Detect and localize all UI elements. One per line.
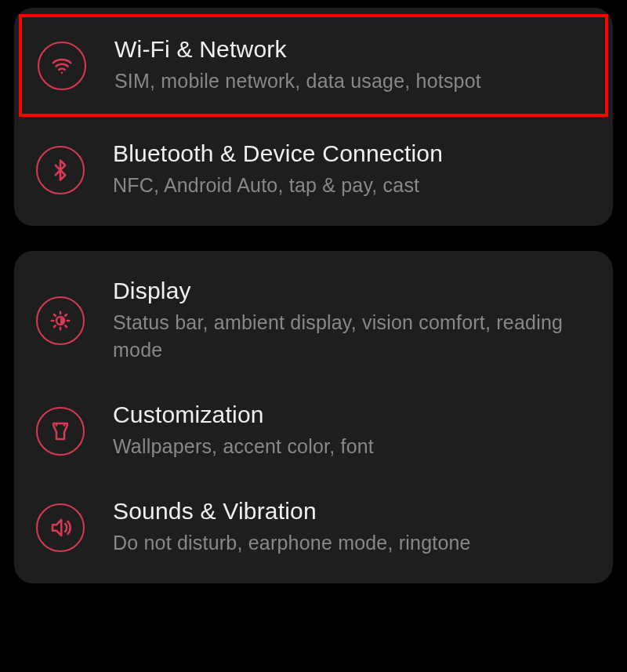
settings-item-title: Display bbox=[113, 278, 591, 304]
wifi-icon bbox=[38, 42, 86, 90]
settings-item-bluetooth[interactable]: Bluetooth & Device Connection NFC, Andro… bbox=[14, 122, 613, 218]
settings-item-sounds[interactable]: Sounds & Vibration Do not disturb, earph… bbox=[14, 479, 613, 576]
settings-item-customization[interactable]: Customization Wallpapers, accent color, … bbox=[14, 383, 613, 479]
settings-item-title: Sounds & Vibration bbox=[113, 498, 591, 525]
bluetooth-icon bbox=[36, 146, 85, 194]
settings-item-text: Display Status bar, ambient display, vis… bbox=[113, 278, 591, 364]
sounds-icon bbox=[36, 503, 85, 552]
settings-item-display[interactable]: Display Status bar, ambient display, vis… bbox=[14, 259, 613, 383]
settings-item-subtitle: Do not disturb, earphone mode, ringtone bbox=[113, 529, 591, 557]
settings-item-text: Bluetooth & Device Connection NFC, Andro… bbox=[113, 140, 591, 199]
settings-group-connectivity: Wi-Fi & Network SIM, mobile network, dat… bbox=[14, 8, 613, 226]
settings-item-subtitle: SIM, mobile network, data usage, hotspot bbox=[114, 67, 589, 95]
display-icon bbox=[36, 296, 85, 345]
settings-item-title: Customization bbox=[113, 401, 591, 428]
highlight-box: Wi-Fi & Network SIM, mobile network, dat… bbox=[19, 14, 608, 117]
settings-item-subtitle: Wallpapers, accent color, font bbox=[113, 433, 591, 460]
settings-item-title: Bluetooth & Device Connection bbox=[113, 140, 591, 167]
settings-item-text: Customization Wallpapers, accent color, … bbox=[113, 401, 591, 460]
settings-item-text: Wi-Fi & Network SIM, mobile network, dat… bbox=[114, 36, 589, 95]
settings-item-wifi-network[interactable]: Wi-Fi & Network SIM, mobile network, dat… bbox=[22, 24, 605, 107]
settings-item-title: Wi-Fi & Network bbox=[114, 36, 589, 63]
settings-group-device: Display Status bar, ambient display, vis… bbox=[14, 251, 613, 583]
settings-item-text: Sounds & Vibration Do not disturb, earph… bbox=[113, 498, 591, 557]
customization-icon bbox=[36, 407, 85, 456]
settings-item-subtitle: NFC, Android Auto, tap & pay, cast bbox=[113, 172, 591, 199]
settings-item-subtitle: Status bar, ambient display, vision comf… bbox=[113, 309, 591, 364]
